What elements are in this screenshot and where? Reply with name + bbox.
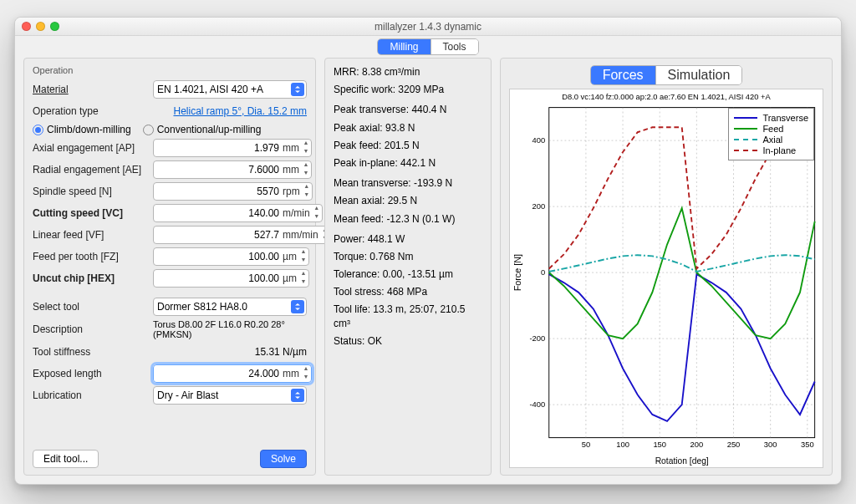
svg-text:50: 50 — [582, 440, 590, 449]
svg-text:100: 100 — [616, 440, 629, 449]
titlebar: millalyzer 1.4.3 dynamic — [15, 18, 841, 36]
radio-conventional-milling[interactable]: Conventional/up-milling — [143, 124, 262, 135]
result-peak-transverse: Peak transverse: 440.4 N — [334, 103, 482, 116]
result-specific-work: Specific work: 3209 MPa — [334, 83, 482, 96]
ae-input[interactable]: mm▲▼ — [153, 160, 312, 179]
edit-tool-button[interactable]: Edit tool... — [33, 450, 99, 468]
result-tool-life: Tool life: 13.3 m, 25:07, 210.5 cm³ — [334, 303, 482, 329]
select-tool-label: Select tool — [33, 301, 148, 313]
result-mean-transverse: Mean transverse: -193.9 N — [334, 176, 482, 190]
stiffness-label: Tool stiffness — [33, 346, 148, 358]
svg-text:Force [N]: Force [N] — [512, 254, 522, 292]
n-label: Spindle speed [N] — [33, 186, 148, 197]
svg-text:-400: -400 — [529, 400, 545, 409]
result-peak-inplane: Peak in-plane: 442.1 N — [334, 156, 482, 170]
svg-text:350: 350 — [801, 440, 814, 449]
tab-simulation[interactable]: Simulation — [656, 66, 742, 84]
result-power: Power: 448.1 W — [334, 232, 482, 246]
app-window: millalyzer 1.4.3 dynamic Milling Tools O… — [14, 17, 842, 485]
svg-text:150: 150 — [653, 440, 666, 449]
zoom-icon[interactable] — [50, 22, 59, 31]
svg-text:0: 0 — [541, 267, 545, 277]
result-mrr: MRR: 8.38 cm³/min — [334, 65, 482, 79]
result-tolerance: Tolerance: 0.00, -13.51 µm — [334, 267, 482, 281]
stiffness-value: 15.31 N/µm — [153, 346, 307, 358]
fz-input[interactable]: µm▲▼ — [153, 247, 309, 266]
results-panel: MRR: 8.38 cm³/min Specific work: 3209 MP… — [324, 58, 492, 476]
ap-label: Axial engagement [AP] — [33, 142, 148, 154]
result-peak-axial: Peak axial: 93.8 N — [334, 121, 482, 135]
chevron-down-icon — [291, 83, 304, 96]
material-select[interactable]: EN 1.4021, AISI 420 +A — [153, 80, 307, 99]
step-down-icon[interactable]: ▼ — [301, 148, 311, 156]
material-link[interactable]: Material — [33, 84, 148, 95]
vc-label: Cutting speed [VC] — [33, 207, 148, 219]
svg-text:-200: -200 — [529, 333, 545, 343]
main-tabstrip: Milling Tools — [15, 36, 841, 58]
radio-climb-milling[interactable]: Climb/down-milling — [33, 124, 131, 135]
solve-button[interactable]: Solve — [260, 450, 307, 468]
close-icon[interactable] — [22, 22, 31, 31]
window-controls — [22, 22, 59, 31]
hex-input[interactable]: µm▲▼ — [153, 269, 309, 288]
exposed-length-input[interactable]: mm▲▼ — [153, 364, 312, 383]
ap-input[interactable]: mm▲▼ — [153, 139, 312, 157]
minimize-icon[interactable] — [36, 22, 45, 31]
operation-type-link[interactable]: Helical ramp 5°, Dia. 15.2 mm — [153, 105, 307, 117]
plot-panel: Forces Simulation D8.0 vc:140 fz:0.000 a… — [500, 58, 833, 476]
chevron-down-icon — [291, 389, 304, 402]
result-mean-axial: Mean axial: 29.5 N — [334, 194, 482, 207]
vf-label: Linear feed [VF] — [33, 229, 148, 241]
select-tool[interactable]: Dormer S812 HA8.0 — [153, 298, 307, 316]
lubrication-select[interactable]: Dry - Air Blast — [153, 386, 307, 405]
vf-input[interactable]: mm/min▲▼ — [153, 226, 331, 244]
operation-heading: Operation — [33, 65, 307, 75]
svg-text:250: 250 — [727, 440, 741, 449]
lubrication-label: Lubrication — [33, 389, 148, 401]
tab-tools[interactable]: Tools — [431, 39, 478, 54]
svg-text:D8.0 vc:140 fz:0.000 ap:2.0 ae: D8.0 vc:140 fz:0.000 ap:2.0 ae:7.60 EN 1… — [562, 92, 771, 101]
operation-panel: Operation Material EN 1.4021, AISI 420 +… — [23, 58, 316, 476]
tab-forces[interactable]: Forces — [591, 66, 656, 84]
hex-label: Uncut chip [HEX] — [33, 272, 148, 284]
step-up-icon[interactable]: ▲ — [301, 140, 311, 148]
fz-label: Feed per tooth [FZ] — [33, 251, 148, 262]
ae-label: Radial engagement [AE] — [33, 164, 148, 176]
svg-text:200: 200 — [690, 440, 704, 449]
n-input[interactable]: rpm▲▼ — [153, 182, 313, 201]
svg-text:300: 300 — [764, 440, 777, 449]
result-mean-feed: Mean feed: -12.3 N (0.1 W) — [334, 212, 482, 226]
vc-input[interactable]: m/min▲▼ — [153, 204, 323, 222]
tab-milling[interactable]: Milling — [378, 39, 431, 54]
operation-type-label: Operation type — [33, 105, 148, 117]
svg-text:200: 200 — [532, 201, 545, 211]
plot-legend: TransverseFeedAxialIn-plane — [728, 108, 814, 160]
description-label: Description — [33, 323, 148, 335]
svg-text:400: 400 — [532, 135, 545, 145]
description-value: Torus D8.00 2F L16.0 R0.20 28° (PMKSN) — [153, 319, 307, 339]
chevron-down-icon — [291, 300, 304, 313]
result-tool-stress: Tool stress: 468 MPa — [334, 285, 482, 298]
exposed-length-label: Exposed length — [33, 368, 148, 379]
force-plot: D8.0 vc:140 fz:0.000 ap:2.0 ae:7.60 EN 1… — [509, 89, 823, 468]
result-torque: Torque: 0.768 Nm — [334, 250, 482, 263]
result-status: Status: OK — [334, 334, 482, 348]
result-peak-feed: Peak feed: 201.5 N — [334, 139, 482, 152]
window-title: millalyzer 1.4.3 dynamic — [374, 21, 482, 33]
svg-text:Rotation [deg]: Rotation [deg] — [655, 456, 709, 466]
